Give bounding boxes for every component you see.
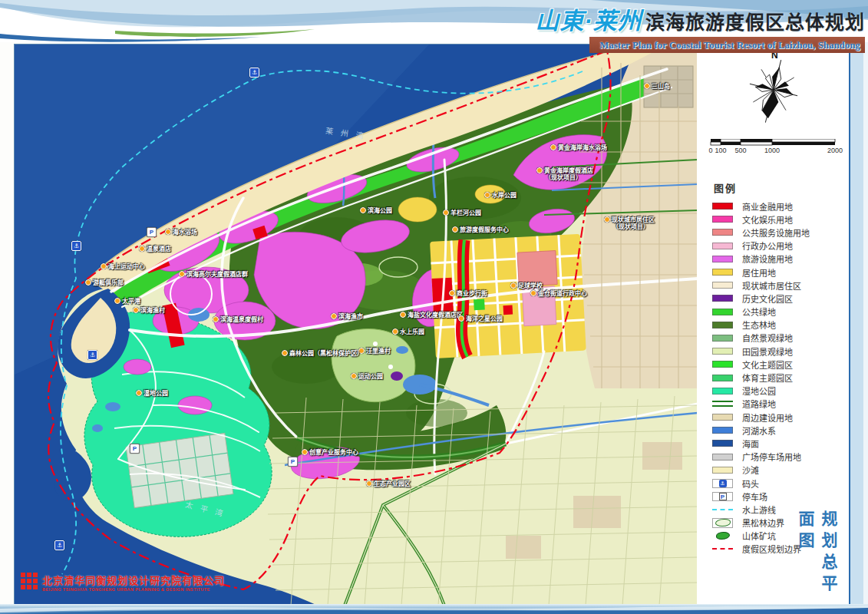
map-label: 海盐文化度假酒店区: [400, 312, 463, 319]
poi-dot: [366, 480, 372, 487]
map-labels-layer: 三山岛黄金海岸海水浴场黄金海岸度假酒店（现状项目）现状城市居住区（现状项目）水岸…: [15, 45, 698, 606]
map-label: 水上乐园: [392, 328, 424, 335]
map-label: 金仓街道行政中心: [530, 290, 587, 297]
legend-swatch: P: [712, 492, 733, 501]
legend-label: 黑松林边界: [742, 517, 784, 529]
legend-item: 文化娱乐用地: [712, 213, 847, 226]
legend-label: 商业金融用地: [742, 200, 793, 213]
legend-label: 居住用地: [742, 266, 776, 279]
legend-label: 度假区规划边界: [742, 543, 801, 555]
poi-dot: [449, 290, 455, 296]
parking-icon: P: [288, 457, 298, 467]
legend-item: 周边建设用地: [712, 411, 847, 424]
legend-swatch: [712, 256, 733, 262]
legend-swatch: [712, 414, 733, 421]
legend-item: 沙滩: [712, 464, 847, 477]
legend-swatch: [712, 335, 733, 342]
map-label: 创意产业服务中心: [302, 449, 358, 456]
map-frame: 三山岛黄金海岸海水浴场黄金海岸度假酒店（现状项目）现状城市居住区（现状项目）水岸…: [14, 44, 698, 606]
legend-label: 广场停车场用地: [742, 451, 801, 463]
poi-dot: [282, 350, 288, 356]
legend-label: 周边建设用地: [742, 411, 793, 424]
legend-swatch: [712, 243, 733, 249]
legend-label: 公共服务设施用地: [742, 226, 810, 239]
legend-label: 停车场: [742, 490, 767, 503]
legend-swatch: [712, 401, 733, 407]
legend-item: 海面: [712, 437, 847, 450]
legend-label: 生态林地: [742, 319, 776, 331]
legend-label: 海面: [742, 437, 759, 450]
legend-item: P停车场: [712, 490, 847, 503]
sea-name-label: 莱州湾: [325, 124, 372, 142]
sheet-title: 规划总平面图: [794, 510, 840, 605]
legend-swatch: [712, 216, 733, 223]
legend-label: 码头: [742, 477, 759, 490]
legend-item: 文化主题园区: [712, 358, 847, 371]
poi-dot: [351, 373, 357, 379]
poi-dot: [133, 307, 139, 313]
map-label: 滨海公园: [360, 207, 392, 214]
legend-swatch: [712, 388, 733, 394]
poi-dot: [443, 210, 449, 216]
legend-item: 广场停车场用地: [712, 451, 847, 464]
map-label: 运动公园: [351, 373, 383, 380]
map-label: 滨海温泉度假村: [213, 316, 263, 323]
legend-swatch: [712, 454, 733, 460]
legend-swatch: [712, 309, 733, 315]
legend-swatch: [712, 322, 733, 328]
dock-icon: ⚓: [54, 540, 64, 550]
poi-dot: [179, 271, 185, 277]
dock-icon: ⚓: [71, 241, 81, 251]
map-label: 汪里渔村: [358, 348, 391, 355]
map-label: 滨海高尔夫度假酒店群: [179, 271, 248, 278]
legend-label: 山体矿坑: [742, 530, 776, 542]
poi-dot: [458, 315, 464, 322]
poi-dot: [302, 449, 308, 455]
company-name-cn: 北京清华同衡规划设计研究院有限公司: [42, 573, 225, 587]
scale-tick-label: 2000: [827, 147, 843, 154]
map-label: 黄金海岸度假酒店（现状项目）: [536, 167, 593, 181]
legend-swatch: [712, 375, 733, 381]
legend-item: 旅游设施用地: [712, 253, 847, 266]
right-margin-strip: [849, 42, 868, 605]
top-banner: 山東·莱州 滨海旅游度假区总体规划 Master Plan for Coasta…: [0, 0, 868, 42]
legend-item: 现状城市居住区: [712, 279, 847, 292]
map-label: 商业步行街: [449, 290, 487, 297]
legend-label: 湿地公园: [742, 385, 776, 397]
legend-label: 旅游设施用地: [742, 253, 793, 265]
poi-dot: [392, 328, 398, 335]
legend-item: 历史文化园区: [712, 292, 847, 305]
legend-item: ⚓码头: [712, 477, 847, 490]
scale-tick-label: 1000: [764, 147, 780, 154]
legend-list: 商业金融用地文化娱乐用地公共服务设施用地行政办公用地旅游设施用地居住用地现状城市…: [712, 200, 847, 556]
legend-title: 图例: [714, 180, 737, 195]
scale-tick-label: 100: [715, 147, 726, 154]
map-label: 游艇俱乐部: [85, 279, 124, 286]
company-logo: [21, 573, 38, 589]
legend-swatch: [712, 282, 733, 289]
poi-dot: [550, 144, 556, 150]
legend-swatch: [712, 548, 733, 550]
plan-title-block: 山東·莱州 滨海旅游度假区总体规划 Master Plan for Coasta…: [535, 2, 865, 53]
legend-swatch: [712, 269, 733, 276]
poi-dot: [604, 216, 610, 223]
scale-tick-label: 500: [734, 147, 746, 154]
legend-item: 湿地公园: [712, 385, 847, 398]
bottom-banner: [0, 604, 868, 614]
legend-label: 河湖水系: [742, 424, 776, 437]
poi-dot: [484, 192, 490, 198]
legend-label: 行政办公用地: [742, 239, 793, 252]
plan-title-cn: 滨海旅游度假区总体规划: [645, 12, 865, 33]
poi-dot: [85, 279, 91, 286]
parking-icon: P: [147, 227, 157, 237]
legend-label: 田园景观绿地: [742, 345, 793, 358]
poi-dot: [213, 316, 219, 322]
poi-dot: [139, 246, 145, 252]
map-label: 生态产业园区: [366, 480, 411, 487]
plan-title-region: 山東·莱州: [535, 8, 642, 35]
legend-swatch: [712, 348, 733, 355]
parking-icon: P: [130, 444, 140, 454]
poi-dot: [530, 290, 536, 296]
legend-swatch: [712, 361, 733, 368]
map-label: 森林公园（黑松林保护区）: [282, 350, 363, 357]
